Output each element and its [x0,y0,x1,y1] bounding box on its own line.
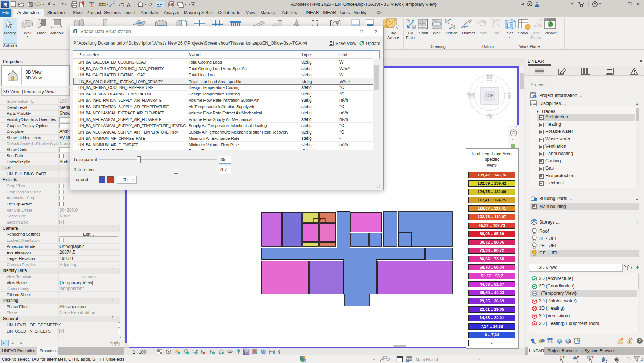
svg-text:?: ? [639,339,641,343]
svg-text:0: 0 [388,357,390,362]
svg-text:TOP: TOP [486,93,494,98]
svg-text:N: N [487,73,492,80]
svg-text:1: 1 [477,20,479,22]
svg-text:!: ! [629,339,630,343]
svg-text:S: S [487,113,492,121]
svg-text:A: A [127,2,131,8]
svg-text:W: W [467,92,474,99]
svg-text:!: ! [619,339,620,343]
svg-text:i: i [534,95,535,98]
svg-text:E: E [507,92,511,99]
svg-text:1: 1 [396,25,397,29]
svg-text:?: ? [594,3,596,7]
